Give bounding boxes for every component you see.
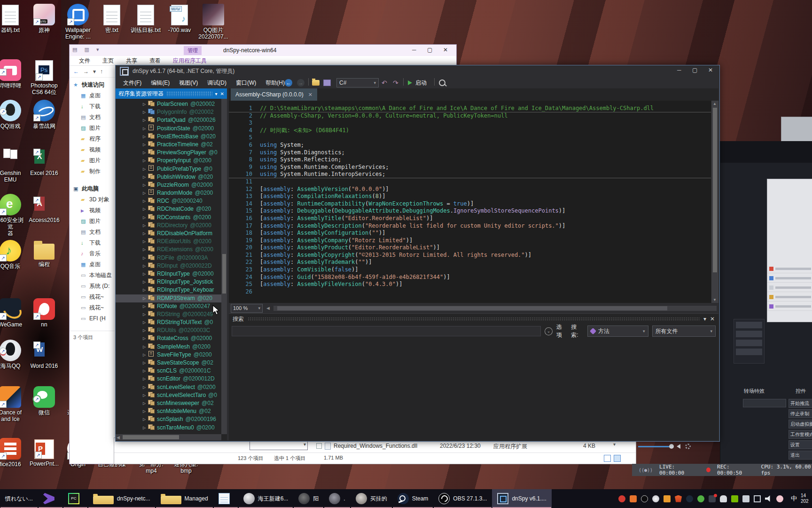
- expander-icon[interactable]: ▷: [143, 173, 148, 181]
- minimize-button[interactable]: ─: [407, 47, 421, 53]
- tree-item[interactable]: ▷RDInputType_Keyboar: [116, 286, 221, 294]
- taskbar-button[interactable]: 海王新建6...: [238, 489, 294, 508]
- list-item[interactable]: [767, 274, 812, 283]
- file-checkbox[interactable]: [316, 443, 322, 449]
- nav-item[interactable]: 桌面: [70, 259, 115, 270]
- expander-icon[interactable]: ▷: [143, 141, 148, 149]
- list-item[interactable]: [767, 302, 812, 311]
- document-tab[interactable]: Assembly-CSharp (0.0.0.0) ✕: [231, 88, 317, 101]
- expander-icon[interactable]: ▷: [143, 197, 148, 205]
- ribbon-tab[interactable]: 主页: [102, 57, 114, 65]
- nav-item[interactable]: 程序: [70, 134, 115, 144]
- taskbar-button[interactable]: [213, 489, 238, 508]
- tree-item[interactable]: ▷RDDirectory@02000: [116, 222, 221, 230]
- obs-control-button[interactable]: 启动虚拟摄像机: [789, 420, 812, 429]
- tree-item[interactable]: ▷RDCheatCode@020: [116, 205, 221, 213]
- tab-close-icon[interactable]: ✕: [308, 92, 312, 98]
- tree-item[interactable]: ▷RDExtensions@0200: [116, 246, 221, 254]
- tray-icon[interactable]: [720, 495, 727, 502]
- menu-item[interactable]: 编辑(E): [146, 79, 174, 87]
- tree-item[interactable]: ▷scnLevelSelect@0200: [116, 383, 221, 391]
- start-debug-label[interactable]: 启动: [415, 78, 427, 87]
- tree-item[interactable]: ▷RDInput@0200022D: [116, 262, 221, 270]
- dnspy-titlebar[interactable]: dnSpy v6.1.7 (64-bit, .NET Core, 管理员) ─ …: [116, 65, 719, 77]
- expander-icon[interactable]: ▷: [143, 326, 148, 334]
- expander-icon[interactable]: ▷: [143, 230, 148, 238]
- tree-item[interactable]: ▷RDDisableOnPlatform: [116, 230, 221, 238]
- tree-item[interactable]: ▷PuzzleRoom@02000: [116, 181, 221, 189]
- minimize-button[interactable]: ─: [672, 67, 686, 73]
- taskbar-button[interactable]: [38, 489, 63, 508]
- desktop-icon[interactable]: Dance of and Ice: [0, 386, 26, 422]
- redo-icon[interactable]: ↷: [393, 78, 398, 87]
- taskbar-button[interactable]: 买挂的: [351, 489, 392, 508]
- tree-item[interactable]: ▷scnTaroMenu0@0200: [116, 424, 221, 432]
- tree-item[interactable]: ▷PreviewSongPlayer@0: [116, 149, 221, 157]
- desktop-icon[interactable]: Genshin EMU: [0, 147, 26, 183]
- expander-icon[interactable]: ▷: [143, 383, 148, 391]
- nav-item[interactable]: 制作: [70, 166, 115, 177]
- menu-item[interactable]: 文件(F): [118, 79, 146, 87]
- desktop-icon[interactable]: Access2016: [28, 194, 60, 223]
- tray-icon[interactable]: [765, 495, 772, 502]
- close-button[interactable]: ✕: [438, 47, 453, 53]
- expander-icon[interactable]: ▷: [143, 100, 148, 108]
- view-toggle-icons[interactable]: [604, 455, 621, 462]
- desktop-icon[interactable]: 暴雪战网: [28, 100, 60, 129]
- tree-item[interactable]: ▷SampleMesh@0200: [116, 343, 221, 351]
- tree-item[interactable]: ▷RDFile@0200003A: [116, 254, 221, 262]
- taskbar-button[interactable]: Steam: [392, 489, 434, 508]
- obs-control-button[interactable]: 开始推流: [789, 399, 812, 408]
- expander-icon[interactable]: ▷: [143, 108, 148, 116]
- column-caret-icon[interactable]: ▾: [613, 442, 616, 447]
- expander-icon[interactable]: ▷: [143, 270, 148, 278]
- module-icon[interactable]: [323, 78, 331, 87]
- nav-item[interactable]: EFI (H: [70, 313, 115, 324]
- tray-icon[interactable]: [618, 495, 625, 502]
- scene-item[interactable]: [736, 340, 762, 346]
- panel-header[interactable]: 程序集资源管理器 ▾ ✕: [116, 88, 227, 99]
- desktop-icon[interactable]: -700.wav: [164, 4, 195, 33]
- obs-control-button[interactable]: 退出: [789, 451, 812, 460]
- taskbar-button[interactable]: dnSpy-netc...: [88, 489, 156, 508]
- nav-item[interactable]: 图片: [70, 155, 115, 166]
- nav-item[interactable]: 系统 (D:: [70, 281, 115, 292]
- tree-item[interactable]: ▷RandomMode@0200: [116, 189, 221, 197]
- expander-icon[interactable]: ▷: [143, 254, 148, 262]
- scroll-up-icon[interactable]: ▲: [713, 102, 717, 106]
- tree-item[interactable]: ▷PracticeTimeline@02: [116, 141, 221, 149]
- forward-button[interactable]: →: [297, 78, 304, 87]
- desktop-icon[interactable]: 器码.txt: [0, 4, 26, 33]
- nav-item[interactable]: 文档: [70, 227, 115, 238]
- panel-collapse-icon[interactable]: ▾: [215, 91, 218, 96]
- history-dropdown-icon[interactable]: ▾: [93, 68, 96, 75]
- tray-icon[interactable]: [686, 495, 693, 502]
- scrollbar-thumb[interactable]: [713, 108, 717, 272]
- tray-icon[interactable]: [709, 495, 716, 502]
- desktop-icon[interactable]: 编程: [28, 240, 60, 268]
- nav-item[interactable]: 图片: [70, 123, 115, 134]
- nav-item[interactable]: 音乐: [70, 248, 115, 259]
- expander-icon[interactable]: ▷: [143, 343, 148, 351]
- nav-item[interactable]: 下载: [70, 238, 115, 248]
- nav-item[interactable]: 此电脑: [70, 183, 115, 194]
- tree-item[interactable]: ▷SaveFileType@0200: [116, 351, 221, 359]
- taskbar-button[interactable]: OBS 27.1.3...: [433, 489, 492, 508]
- search-kind-combobox[interactable]: 方法▾: [587, 325, 648, 337]
- expander-icon[interactable]: ▷: [143, 334, 148, 342]
- desktop-icon[interactable]: QQ音乐: [0, 240, 26, 270]
- expander-icon[interactable]: ▷: [143, 149, 148, 157]
- expander-icon[interactable]: ▷: [143, 286, 148, 294]
- manage-contextual-tab[interactable]: 管理: [184, 46, 202, 55]
- tree-item[interactable]: ▷PolygonInfo@020002: [116, 108, 221, 116]
- tree-item[interactable]: ▷scnEditor@0200012D: [116, 375, 221, 383]
- expander-icon[interactable]: ▷: [143, 238, 148, 246]
- desktop-icon[interactable]: fice2016: [0, 438, 26, 468]
- desktop-icon[interactable]: QQ游戏: [0, 100, 26, 129]
- desktop-icon[interactable]: 原神: [28, 4, 60, 33]
- search-collapse-icon[interactable]: ▾: [703, 316, 706, 322]
- ime-indicator[interactable]: 中: [787, 494, 801, 503]
- maximize-button[interactable]: ▢: [688, 67, 702, 73]
- scrollbar-thumb[interactable]: [277, 306, 667, 310]
- tree-item[interactable]: ▷scnLevelSelectTaro@0: [116, 391, 221, 399]
